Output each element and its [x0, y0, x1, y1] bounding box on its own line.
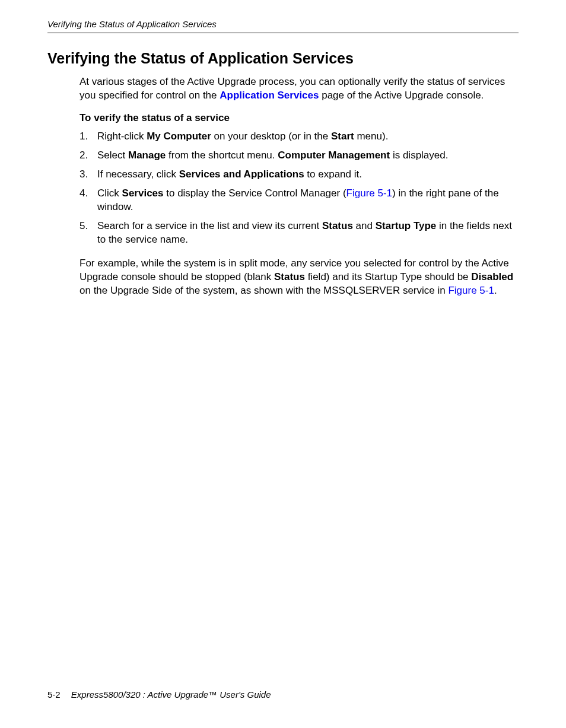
bold-text: Manage [128, 150, 166, 161]
text: and [353, 220, 376, 231]
intro-paragraph: At various stages of the Active Upgrade … [80, 75, 519, 103]
section-heading: Verifying the Status of Application Serv… [47, 50, 519, 67]
text: Right-click [97, 131, 147, 142]
footer-title: Express5800/320 : Active Upgrade™ User's… [71, 689, 271, 700]
text: to display the Service Control Manager ( [164, 187, 346, 199]
bold-text: Computer Management [278, 150, 390, 161]
text: on the Upgrade Side of the system, as sh… [80, 285, 448, 296]
procedure-subheading: To verify the status of a service [80, 112, 519, 124]
text: menu). [354, 131, 389, 142]
list-item: 5. Search for a service in the list and … [80, 220, 519, 247]
text: If necessary, click [97, 169, 179, 180]
text: Select [97, 150, 128, 161]
bold-text: Status [274, 271, 305, 282]
list-content: Right-click My Computer on your desktop … [97, 130, 519, 144]
list-item: 2. Select Manage from the shortcut menu.… [80, 149, 519, 163]
bold-text: Disabled [471, 271, 513, 282]
list-content: Click Services to display the Service Co… [97, 187, 519, 214]
application-services-link[interactable]: Application Services [220, 90, 319, 101]
figure-link[interactable]: Figure 5-1 [448, 285, 494, 296]
text: is displayed. [390, 150, 448, 161]
list-item: 1. Right-click My Computer on your deskt… [80, 130, 519, 144]
text: field) and its Startup Type should be [305, 271, 471, 282]
bold-text: Services and Applications [179, 169, 304, 180]
example-paragraph: For example, while the system is in spli… [80, 257, 519, 298]
list-content: Search for a service in the list and vie… [97, 220, 519, 247]
list-content: Select Manage from the shortcut menu. Co… [97, 149, 519, 163]
list-content: If necessary, click Services and Applica… [97, 168, 519, 182]
list-number: 3. [80, 168, 97, 182]
bold-text: Status [322, 220, 353, 231]
list-item: 3. If necessary, click Services and Appl… [80, 168, 519, 182]
list-number: 4. [80, 187, 97, 214]
figure-link[interactable]: Figure 5-1 [346, 187, 392, 199]
text: . [494, 285, 497, 296]
body-content: At various stages of the Active Upgrade … [80, 75, 519, 298]
document-page: Verifying the Status of Application Serv… [0, 0, 566, 728]
bold-text: My Computer [147, 131, 211, 142]
text: from the shortcut menu. [166, 150, 278, 161]
text: Click [97, 187, 122, 199]
text: Search for a service in the list and vie… [97, 220, 322, 231]
bold-text: Services [122, 187, 164, 199]
text: to expand it. [304, 169, 362, 180]
list-item: 4. Click Services to display the Service… [80, 187, 519, 214]
page-number: 5-2 [47, 689, 61, 700]
bold-text: Startup Type [376, 220, 437, 231]
list-number: 5. [80, 220, 97, 247]
procedure-list: 1. Right-click My Computer on your deskt… [80, 130, 519, 247]
bold-text: Start [331, 131, 354, 142]
page-footer: 5-2 Express5800/320 : Active Upgrade™ Us… [47, 689, 271, 700]
list-number: 2. [80, 149, 97, 163]
text: on your desktop (or in the [211, 131, 331, 142]
running-header: Verifying the Status of Application Serv… [47, 19, 519, 29]
list-number: 1. [80, 130, 97, 144]
header-divider [47, 33, 519, 33]
intro-post: page of the Active Upgrade console. [319, 90, 484, 101]
